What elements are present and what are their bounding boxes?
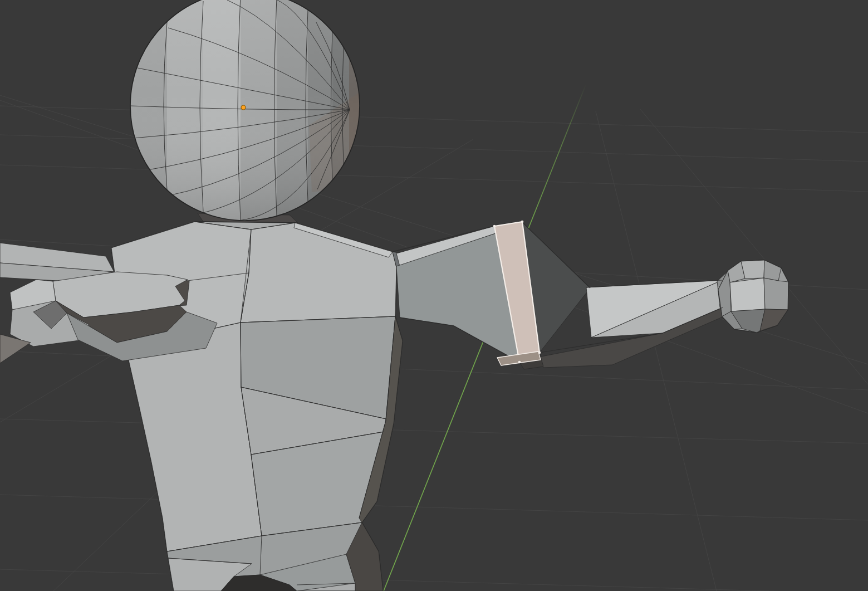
selected-vertex-0[interactable] [493,225,496,228]
hand-facet-center[interactable] [730,278,765,311]
selected-vertex-3[interactable] [518,361,521,364]
hand-facet-right[interactable] [764,278,788,310]
active-vertex[interactable] [241,105,246,110]
selected-vertex-2[interactable] [538,351,541,354]
hand-facet-top-mid[interactable] [741,260,764,279]
selected-vertex-1[interactable] [521,221,524,223]
blender-3d-viewport[interactable] [0,0,868,591]
viewport-canvas[interactable] [0,0,868,591]
